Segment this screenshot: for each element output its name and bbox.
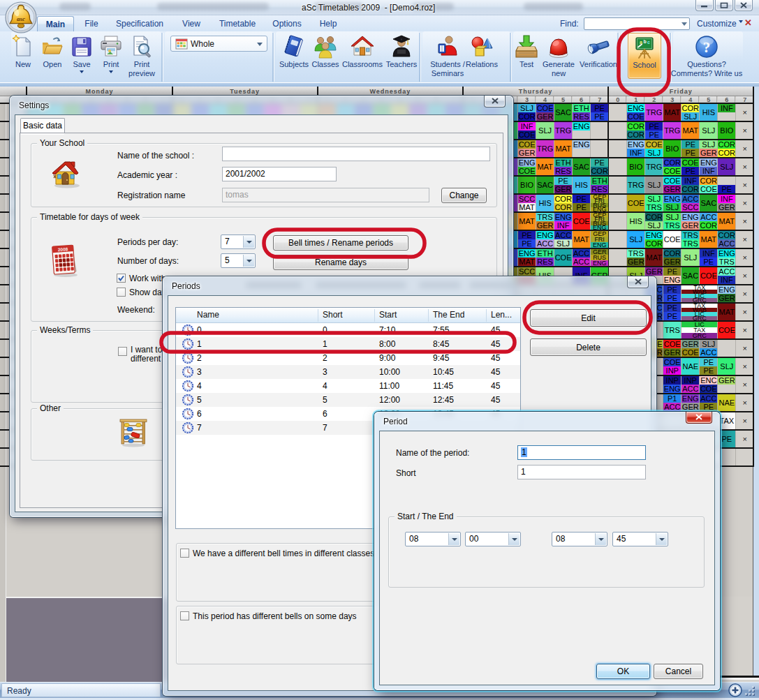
timetable-cell[interactable]: SAC — [681, 267, 699, 284]
academic-year-input[interactable]: 2001/2002 — [222, 167, 337, 181]
lesson-card[interactable]: TRS — [663, 322, 681, 338]
lesson-card[interactable]: COE — [627, 195, 644, 211]
timetable-cell[interactable]: MAT — [718, 213, 735, 230]
lesson-card[interactable]: MAT — [518, 203, 536, 211]
lesson-card[interactable]: ETH — [554, 158, 572, 167]
lesson-card[interactable]: GER — [718, 294, 735, 302]
timetable-cell[interactable]: MAT — [536, 158, 554, 175]
zoom-button-icon[interactable] — [728, 683, 743, 698]
lesson-card[interactable]: GER — [681, 340, 699, 348]
timetable-cell[interactable]: LICTAXGRC — [681, 322, 717, 338]
delete-button[interactable]: Delete — [530, 338, 647, 356]
lesson-card[interactable]: TRG — [645, 158, 663, 175]
timetable-cell[interactable]: SLJCOR — [518, 104, 536, 121]
timetable-cell[interactable]: ETHRES — [591, 177, 608, 193]
timetable-cell[interactable]: BIO — [718, 122, 735, 139]
lesson-card[interactable]: PE — [663, 267, 681, 276]
lesson-card[interactable]: GER — [536, 221, 554, 230]
edit-button[interactable]: Edit — [530, 309, 647, 327]
ok-button[interactable]: OK — [596, 664, 650, 679]
timetable-cell[interactable]: COE — [627, 195, 644, 211]
lesson-card[interactable]: PE — [645, 122, 663, 131]
lesson-card[interactable]: MAT — [681, 122, 699, 139]
lesson-card[interactable]: INP — [663, 366, 681, 375]
timetable-cell[interactable]: BIO — [627, 158, 644, 175]
lesson-card[interactable]: LIC — [681, 322, 717, 327]
timetable-cell[interactable]: SAC — [700, 195, 717, 211]
timetable-cell[interactable]: CORSLJ — [681, 104, 699, 121]
end-minute-combo-arrow[interactable] — [656, 533, 667, 545]
lesson-card[interactable]: SLJ — [645, 221, 663, 230]
lesson-card[interactable]: MAT — [554, 140, 572, 157]
timetable-cell[interactable]: GEPFRIRUSENG — [591, 213, 608, 230]
lesson-card[interactable]: COE — [663, 177, 681, 185]
lesson-card[interactable]: MAT — [518, 258, 536, 266]
lesson-card[interactable]: COE — [681, 158, 699, 167]
timetable-cell[interactable]: CORGER — [663, 249, 681, 266]
timetable-cell[interactable]: PEGER — [554, 177, 572, 193]
column-header-start[interactable]: Start — [379, 308, 397, 322]
lesson-card[interactable]: GEP — [591, 231, 608, 237]
timetable-cell[interactable]: INFGER — [718, 195, 735, 211]
lesson-card[interactable]: TRS — [663, 221, 681, 230]
lesson-card[interactable]: PE — [518, 239, 536, 248]
lesson-card[interactable]: COR — [554, 195, 572, 203]
lesson-card[interactable]: COR — [700, 177, 717, 185]
timetable-cell[interactable]: MAT — [718, 304, 735, 320]
timetable-cell[interactable]: SLJ — [681, 249, 699, 266]
column-header-name[interactable]: Name — [197, 308, 219, 322]
timetable-cell[interactable]: ENGGER — [718, 285, 735, 302]
lesson-card[interactable]: ACC — [554, 231, 572, 239]
timetable-cell[interactable]: CORCOE — [700, 177, 717, 193]
lesson-card[interactable]: GRC — [681, 333, 717, 338]
lesson-card[interactable]: COR — [645, 213, 663, 221]
lesson-card[interactable]: MAT — [645, 249, 663, 266]
lesson-card[interactable]: SLJ — [663, 213, 681, 221]
lesson-card[interactable]: ENG — [591, 242, 608, 248]
number-of-days-combo-arrow[interactable] — [243, 255, 254, 267]
period-dialog-close-button[interactable] — [686, 412, 712, 424]
lesson-card[interactable]: ACC — [681, 385, 699, 393]
lesson-card[interactable]: ENG — [645, 231, 663, 239]
timetable-cell[interactable]: COE — [700, 267, 717, 284]
lesson-card[interactable]: HIS — [627, 213, 644, 230]
timetable-cell[interactable]: TRS — [663, 322, 681, 338]
timetable-cell[interactable]: ENGGER — [681, 394, 699, 411]
timetable-cell[interactable]: SAC — [536, 177, 554, 193]
lesson-card[interactable]: PE — [681, 149, 699, 157]
timetable-cell[interactable]: PEPE — [591, 104, 608, 121]
end-hour-combo-arrow[interactable] — [595, 533, 606, 545]
lesson-card[interactable]: COR — [718, 140, 735, 149]
lesson-card[interactable]: TRS — [681, 231, 699, 239]
lesson-card[interactable]: SAC — [700, 195, 717, 211]
lesson-card[interactable]: INF — [700, 167, 717, 175]
lesson-card[interactable]: ENG — [591, 207, 608, 211]
timetable-cell[interactable]: MAT — [663, 104, 681, 121]
lesson-card[interactable]: MAT — [663, 104, 681, 121]
lesson-card[interactable]: HIS — [700, 104, 717, 121]
lesson-card[interactable]: SLJ — [645, 149, 663, 157]
timetable-cell[interactable]: MAT — [645, 249, 663, 266]
timetable-cell[interactable]: PEPE — [573, 195, 590, 211]
lesson-card[interactable]: COR — [645, 239, 663, 248]
lesson-card[interactable]: COE — [700, 385, 717, 393]
timetable-cell[interactable]: SLJTRS — [645, 195, 663, 211]
lesson-card[interactable]: P1 — [663, 394, 681, 403]
lesson-card[interactable]: RES — [536, 258, 554, 266]
timetable-cell[interactable]: GEPFRIENG — [591, 231, 608, 248]
lesson-card[interactable]: TRG — [536, 140, 554, 157]
timetable-cell[interactable]: ENGCOE — [627, 104, 644, 121]
end-minute-combo[interactable]: 45 — [612, 532, 668, 546]
timetable-cell[interactable]: SAC — [554, 104, 572, 121]
timetable-cell[interactable]: ENGINF — [627, 140, 644, 157]
tab-basic-data[interactable]: Basic data — [20, 118, 65, 133]
timetable-cell[interactable]: PEENG — [663, 267, 681, 284]
lesson-card[interactable]: PE — [681, 140, 699, 149]
lesson-card[interactable]: ACC — [718, 239, 735, 248]
period-row-5[interactable]: 5512:0012:4545 — [176, 393, 520, 407]
start-hour-combo[interactable]: 08 — [405, 532, 461, 546]
column-header-len-[interactable]: Len... — [491, 308, 512, 322]
change-button[interactable]: Change — [441, 188, 487, 203]
start-minute-combo[interactable]: 00 — [465, 532, 521, 546]
lesson-card[interactable]: GRC — [681, 298, 717, 302]
